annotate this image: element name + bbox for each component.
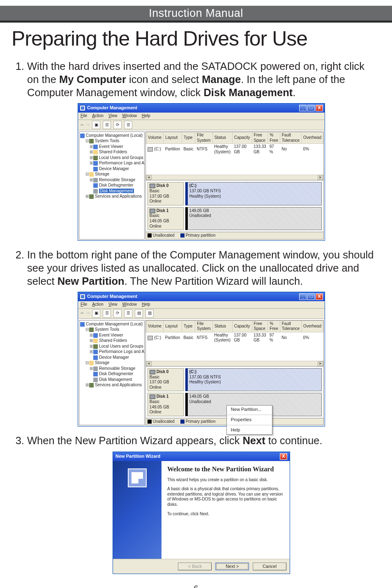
toolbar-btn[interactable]: ⟳	[113, 309, 122, 318]
maximize-button[interactable]: □	[307, 293, 315, 300]
vh-cap[interactable]: Capacity	[232, 132, 252, 143]
menu-action[interactable]: Action	[92, 113, 104, 119]
ctx-properties[interactable]: Properties	[227, 416, 272, 424]
toolbar-btn-4[interactable]: ☰	[124, 121, 132, 129]
tree-systemtools[interactable]: System Tools	[95, 138, 119, 143]
vh-fault[interactable]: Fault Tolerance	[280, 321, 301, 332]
minimize-button[interactable]: _	[299, 293, 307, 300]
tree-root[interactable]: Computer Management (Local)	[86, 133, 143, 138]
cm2-menubar[interactable]: File Action View Window Help	[78, 301, 325, 309]
tree-shared[interactable]: Shared Folders	[99, 150, 127, 154]
disk0-partition[interactable]: (C:) 137.00 GB NTFS Healthy (System)	[185, 368, 322, 391]
vh-free[interactable]: Free Space	[252, 321, 268, 332]
tree-localusers[interactable]: Local Users and Groups	[99, 155, 143, 160]
vh-pct[interactable]: % Free	[268, 132, 280, 143]
tree-devmgr[interactable]: Device Manager	[99, 355, 129, 360]
disk1-partition[interactable]: 149.05 GB Unallocated	[185, 207, 322, 230]
menu-action[interactable]: Action	[92, 302, 104, 307]
menu-help[interactable]: Help	[142, 113, 150, 119]
tree-storage[interactable]: Storage	[95, 172, 109, 176]
tree-remov[interactable]: Removable Storage	[99, 366, 135, 371]
scroll-left-icon[interactable]: ◄	[146, 361, 152, 366]
cm2-titlebar[interactable]: Computer Management _ □ X	[78, 292, 325, 301]
tree-eventviewer[interactable]: Event Viewer	[99, 333, 123, 337]
wizard-titlebar[interactable]: New Partition Wizard X	[113, 452, 290, 461]
toolbar-btn[interactable]: ▣	[92, 309, 100, 318]
scroll-right-icon[interactable]: ►	[318, 361, 323, 366]
toolbar-btn-2[interactable]: ☰	[103, 121, 111, 129]
cm2-tree[interactable]: Computer Management (Local) ⊟System Tool…	[79, 320, 145, 426]
vh-status[interactable]: Status	[212, 321, 232, 332]
menu-view[interactable]: View	[108, 302, 118, 307]
vh-layout[interactable]: Layout	[164, 321, 182, 332]
vh-pct[interactable]: % Free	[268, 321, 280, 332]
context-menu[interactable]: New Partition... Properties Help	[226, 405, 272, 435]
vol-scrollbar[interactable]: ◄ ►	[146, 361, 323, 366]
tree-services[interactable]: Services and Applications	[95, 383, 142, 387]
tree-localusers[interactable]: Local Users and Groups	[99, 344, 143, 348]
vh-type[interactable]: Type	[182, 321, 195, 332]
vh-type[interactable]: Type	[182, 132, 195, 143]
tree-diskmgmt[interactable]: Disk Management	[99, 377, 132, 382]
menu-window[interactable]: Window	[122, 113, 137, 119]
vh-over[interactable]: Overhead	[302, 132, 323, 143]
ctx-new-partition[interactable]: New Partition...	[227, 406, 272, 414]
vh-fs[interactable]: File System	[195, 321, 212, 332]
disk0-partition[interactable]: (C:) 137.00 GB NTFS Healthy (System)	[185, 182, 322, 205]
disk0-row[interactable]: Disk 0 Basic 137.00 GB Online (C:) 137.0…	[148, 182, 322, 205]
close-button[interactable]: X	[316, 293, 323, 300]
tree-remov[interactable]: Removable Storage	[99, 178, 135, 182]
tree-shared[interactable]: Shared Folders	[99, 338, 127, 343]
menu-help[interactable]: Help	[142, 302, 150, 307]
vol-row-c[interactable]: (C:) Partition Basic NTFS Healthy (Syste…	[146, 144, 323, 155]
toolbar-btn[interactable]: ▤	[135, 309, 143, 318]
tree-diskmgmt[interactable]: Disk Management	[99, 189, 134, 193]
vh-volume[interactable]: Volume	[146, 132, 163, 143]
ctx-help[interactable]: Help	[227, 426, 272, 434]
scroll-right-icon[interactable]: ►	[318, 175, 323, 180]
toolbar-btn-1[interactable]: ▣	[92, 121, 100, 129]
menu-window[interactable]: Window	[122, 302, 137, 307]
nav-back-icon[interactable]	[81, 311, 84, 316]
vh-volume[interactable]: Volume	[146, 321, 163, 332]
scroll-left-icon[interactable]: ◄	[146, 175, 152, 180]
maximize-button[interactable]: □	[307, 105, 315, 111]
tree-services[interactable]: Services and Applications	[95, 194, 142, 198]
volume-list-2[interactable]: Volume Layout Type File System Status Ca…	[145, 320, 324, 367]
tree-perf[interactable]: Performance Logs and Alerts	[99, 161, 145, 165]
disk1-label[interactable]: Disk 1 Basic 149.05 GB Online	[148, 207, 184, 230]
tree-eventviewer[interactable]: Event Viewer	[99, 144, 123, 149]
vh-status[interactable]: Status	[212, 132, 232, 143]
cm1-tree[interactable]: Computer Management (Local) ⊟System Tool…	[79, 131, 145, 240]
vh-fault[interactable]: Fault Tolerance	[280, 132, 301, 143]
vh-free[interactable]: Free Space	[252, 132, 268, 143]
close-button[interactable]: X	[316, 105, 323, 111]
disk0-row[interactable]: Disk 0 Basic 137.00 GB Online (C:) 137.0…	[148, 368, 322, 391]
nav-back-icon[interactable]	[81, 122, 84, 128]
menu-view[interactable]: View	[108, 113, 118, 119]
vh-fs[interactable]: File System	[195, 132, 212, 143]
toolbar-btn[interactable]: ☰	[103, 309, 111, 318]
vol-row-c[interactable]: (C:) Partition Basic NTFS Healthy (Syste…	[146, 332, 323, 344]
tree-systemtools[interactable]: System Tools	[95, 327, 119, 332]
vh-layout[interactable]: Layout	[164, 132, 182, 143]
vol-scrollbar[interactable]: ◄ ►	[146, 175, 323, 180]
toolbar-btn[interactable]: ☰	[124, 309, 132, 318]
tree-defrag[interactable]: Disk Defragmenter	[99, 183, 133, 187]
wizard-next-button[interactable]: Next >	[215, 563, 249, 571]
minimize-button[interactable]: _	[299, 105, 307, 111]
tree-devmgr[interactable]: Device Manager	[99, 166, 129, 171]
disk0-label[interactable]: Disk 0 Basic 137.00 GB Online	[148, 182, 184, 205]
cm1-menubar[interactable]: File Action View Window Help	[78, 113, 325, 120]
volume-list[interactable]: Volume Layout Type File System Status Ca…	[145, 131, 324, 180]
cm1-titlebar[interactable]: Computer Management _ □ X	[78, 104, 325, 113]
tree-perf[interactable]: Performance Logs and Alerts	[99, 349, 145, 354]
menu-file[interactable]: File	[81, 113, 87, 119]
tree-defrag[interactable]: Disk Defragmenter	[99, 371, 133, 376]
vh-cap[interactable]: Capacity	[232, 321, 252, 332]
menu-file[interactable]: File	[81, 302, 87, 307]
toolbar-btn-3[interactable]: ⟳	[113, 121, 122, 129]
tree-storage[interactable]: Storage	[95, 360, 109, 365]
wizard-close-button[interactable]: X	[280, 453, 287, 460]
tree-root[interactable]: Computer Management (Local)	[86, 322, 143, 326]
